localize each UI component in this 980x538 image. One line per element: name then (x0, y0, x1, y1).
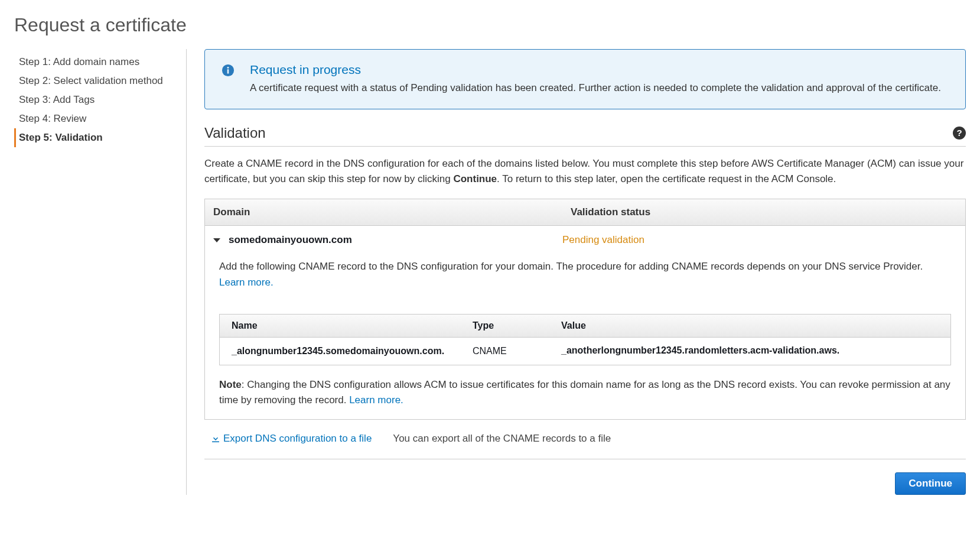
step-4[interactable]: Step 4: Review (14, 109, 179, 128)
note-learn-more-link[interactable]: Learn more. (349, 394, 403, 406)
validation-status: Pending validation (562, 234, 644, 246)
cname-table: Name Type Value _alongnumber12345.somedo… (219, 314, 951, 365)
cname-header-type: Type (468, 315, 556, 337)
info-alert-text: A certificate request with a status of P… (250, 80, 941, 96)
caret-down-icon[interactable] (213, 238, 220, 242)
main-content: Request in progress A certificate reques… (187, 49, 966, 495)
section-title: Validation (204, 125, 266, 141)
cname-value: _anotherlongnumber12345.randomletters.ac… (556, 340, 950, 362)
domain-table: Domain Validation status somedomainyouow… (204, 199, 966, 419)
step-5[interactable]: Step 5: Validation (14, 128, 179, 147)
header-status: Validation status (562, 199, 965, 225)
svg-point-2 (227, 67, 229, 69)
footer: Continue (204, 459, 966, 495)
expanded-instructions: Add the following CNAME record to the DN… (219, 259, 951, 290)
step-1[interactable]: Step 1: Add domain names (14, 53, 179, 72)
wizard-steps-sidebar: Step 1: Add domain names Step 2: Select … (14, 49, 187, 495)
note: Note: Changing the DNS configuration all… (205, 365, 965, 419)
export-dns-link[interactable]: Export DNS configuration to a file (210, 433, 372, 445)
info-alert: Request in progress A certificate reques… (204, 49, 966, 109)
export-hint: You can export all of the CNAME records … (393, 433, 611, 445)
svg-rect-1 (227, 69, 229, 73)
domain-name: somedomainyouown.com (229, 234, 562, 246)
domain-expanded: Add the following CNAME record to the DN… (205, 248, 965, 314)
expanded-text-body: Add the following CNAME record to the DN… (219, 261, 923, 272)
step-2[interactable]: Step 2: Select validation method (14, 72, 179, 90)
cname-type: CNAME (468, 338, 556, 365)
header-domain: Domain (205, 199, 562, 225)
cname-header-value: Value (556, 315, 950, 337)
section-description: Create a CNAME record in the DNS configu… (204, 156, 966, 187)
page-title: Request a certificate (14, 14, 966, 36)
learn-more-link[interactable]: Learn more. (219, 277, 274, 288)
step-3[interactable]: Step 3: Add Tags (14, 90, 179, 109)
download-icon (210, 433, 221, 444)
desc-bold: Continue (453, 173, 497, 184)
note-label: Note (219, 379, 242, 390)
continue-button[interactable]: Continue (895, 472, 966, 495)
cname-row: _alongnumber12345.somedomainyouown.com. … (220, 338, 950, 365)
cname-name: _alongnumber12345.somedomainyouown.com. (220, 338, 468, 365)
export-dns-label: Export DNS configuration to a file (223, 433, 372, 445)
cname-header: Name Type Value (220, 315, 950, 338)
note-text: : Changing the DNS configuration allows … (219, 379, 950, 406)
info-alert-title: Request in progress (250, 63, 941, 77)
cname-header-name: Name (220, 315, 468, 337)
help-icon[interactable]: ? (953, 127, 966, 140)
domain-table-header: Domain Validation status (205, 199, 965, 226)
desc-suffix: . To return to this step later, open the… (497, 173, 836, 184)
export-row: Export DNS configuration to a file You c… (204, 420, 966, 459)
info-icon (222, 64, 235, 80)
domain-row[interactable]: somedomainyouown.com Pending validation (205, 226, 965, 248)
